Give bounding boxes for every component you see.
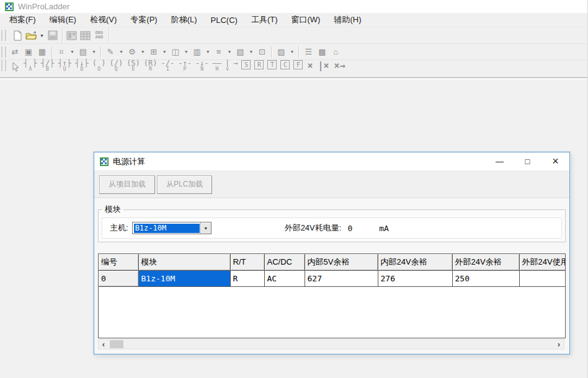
open-project-button[interactable]: [24, 29, 38, 42]
menu-file[interactable]: 档案(F): [2, 13, 43, 27]
contact-a-icon[interactable]: ┤ ├A: [24, 60, 37, 72]
cell-number[interactable]: 0: [99, 270, 138, 286]
dropdown-arrow[interactable]: ▼: [161, 50, 169, 54]
falling-edge-icon[interactable]: -↓-N: [195, 60, 209, 72]
maximize-button[interactable]: □: [514, 152, 541, 170]
coil-reset-icon[interactable]: (R)R: [144, 60, 158, 72]
key-module-icon[interactable]: ▧: [234, 45, 247, 59]
menu-help[interactable]: 辅助(H): [327, 13, 368, 27]
col-header-rt[interactable]: R/T: [230, 254, 264, 270]
relay-box-icon[interactable]: R: [254, 60, 264, 69]
menu-project[interactable]: 专案(P): [123, 13, 164, 27]
dropdown-arrow[interactable]: ▼: [288, 50, 296, 54]
cell-ext24v-used[interactable]: [519, 270, 566, 286]
host-combobox[interactable]: B1z-10M ▼: [132, 222, 212, 234]
project-window-icon[interactable]: ⌗: [55, 45, 68, 59]
scrollbar-thumb[interactable]: [110, 340, 123, 348]
col-header-acdc[interactable]: AC/DC: [264, 254, 305, 270]
cell-ext24v-margin[interactable]: 250: [452, 270, 519, 286]
cell-acdc[interactable]: AC: [264, 270, 305, 286]
main-window: WinProLadder 档案(F) 编辑(E) 检视(V) 专案(P) 阶梯(…: [0, 0, 588, 378]
dropdown-arrow[interactable]: ▼: [204, 50, 212, 54]
contact-down-icon[interactable]: ┤↓├D: [75, 60, 89, 72]
scroll-right-arrow[interactable]: ›: [554, 340, 564, 349]
invert-icon[interactable]: -/-I: [161, 60, 175, 72]
toolbar-grip[interactable]: [1, 30, 6, 41]
user-icon[interactable]: ◫: [169, 45, 182, 59]
coil-not-icon[interactable]: (/)Q: [109, 60, 123, 72]
toolbar-grip[interactable]: [1, 46, 6, 58]
step-arrow-icon[interactable]: →: [233, 60, 238, 67]
load-from-project-button[interactable]: 从项目加载: [99, 175, 155, 194]
close-button[interactable]: ×: [541, 152, 569, 170]
layout-window-icon[interactable]: [65, 29, 79, 42]
cell-int5v-margin[interactable]: 627: [305, 270, 378, 286]
coil-out-icon[interactable]: ( )O: [92, 60, 106, 72]
table-search-icon[interactable]: ▨: [274, 45, 288, 59]
list-icon[interactable]: ≡: [212, 45, 226, 59]
load-from-plc-button[interactable]: 从PLC加载: [157, 175, 212, 194]
ladder-query-icon[interactable]: ▩: [315, 45, 329, 59]
module-groupbox-label: 模块: [102, 204, 123, 215]
io-transfer-icon[interactable]: ⇄: [8, 45, 22, 59]
dropdown-arrow[interactable]: ▼: [68, 50, 76, 54]
chip-icon[interactable]: ▣: [22, 45, 35, 59]
open-dropdown-arrow[interactable]: ▼: [38, 33, 46, 38]
dropdown-arrow[interactable]: ▼: [247, 50, 256, 54]
dropdown-arrow[interactable]: ▼: [90, 50, 98, 54]
col-header-int5v-margin[interactable]: 内部5V余裕: [305, 254, 378, 270]
horizontal-line-icon[interactable]: ——H: [213, 60, 221, 72]
step-box-icon[interactable]: S: [241, 60, 251, 69]
timer-box-icon[interactable]: T: [267, 60, 277, 69]
rising-edge-icon[interactable]: -↑-P: [178, 60, 192, 72]
scroll-left-arrow[interactable]: ‹: [99, 340, 109, 349]
dropdown-arrow[interactable]: ▼: [226, 50, 234, 54]
select-cursor-icon[interactable]: [8, 60, 22, 74]
host-combobox-arrow[interactable]: ▼: [200, 222, 211, 234]
menu-view[interactable]: 检视(V): [83, 13, 123, 27]
cell-rt[interactable]: R: [230, 270, 264, 286]
minimize-button[interactable]: —: [486, 152, 514, 170]
menu-tools[interactable]: 工具(T): [244, 13, 285, 27]
cell-module-selected[interactable]: B1z-10M: [138, 270, 230, 286]
memory-grid-icon[interactable]: ▦: [35, 45, 49, 59]
col-header-int24v-margin[interactable]: 内部24V余裕: [378, 254, 452, 270]
delete-element-icon[interactable]: ×: [307, 60, 313, 71]
save-button[interactable]: [46, 29, 60, 42]
status-setup-icon[interactable]: ⚙: [125, 45, 139, 59]
dialog-titlebar[interactable]: 电源计算 — □ ×: [94, 152, 569, 171]
toolbar-grip[interactable]: [1, 60, 6, 71]
edit-comment-icon[interactable]: ✎: [104, 45, 117, 59]
horizontal-scrollbar[interactable]: ‹ ›: [98, 339, 564, 349]
dropdown-arrow[interactable]: ▼: [182, 50, 190, 54]
ladder-window-icon[interactable]: ▤: [76, 45, 90, 59]
contact-up-icon[interactable]: ┤↑├U: [58, 60, 71, 72]
delete-column-icon[interactable]: |×: [318, 60, 329, 71]
menu-window[interactable]: 窗口(W): [284, 13, 327, 27]
contact-query-icon[interactable]: ⌂: [329, 45, 342, 59]
new-document-button[interactable]: [11, 29, 24, 42]
bars-query-icon[interactable]: ☰: [301, 45, 315, 59]
col-header-ext24v-used[interactable]: 外部24V使用: [519, 254, 566, 270]
user-config-icon[interactable]: ⊞: [147, 45, 161, 59]
security-key-icon[interactable]: ▥: [190, 45, 204, 59]
col-header-module[interactable]: 模块: [138, 254, 230, 270]
col-header-number[interactable]: 编号: [99, 254, 138, 270]
toolbar-project: ⇄ ▣ ▦ ⌗ ▼ ▤ ▼ ✎ ▼ ⚙ ▼ ⊞ ▼ ◫ ▼ ▥ ▼ ≡ ▼ ▧ …: [0, 44, 587, 60]
dropdown-arrow[interactable]: ▼: [117, 50, 125, 54]
id-card-icon[interactable]: ⊡: [255, 45, 269, 59]
dropdown-arrow[interactable]: ▼: [139, 50, 147, 54]
delete-row-icon[interactable]: ×→: [334, 60, 345, 71]
coil-set-icon[interactable]: (S)E: [127, 60, 140, 72]
contact-b-icon[interactable]: ┤/├B: [41, 60, 55, 72]
cell-int24v-margin[interactable]: 276: [378, 270, 452, 286]
vertical-line-icon[interactable]: |v: [225, 60, 229, 72]
menu-edit[interactable]: 编辑(E): [43, 13, 83, 27]
grid-window-icon[interactable]: [79, 29, 92, 42]
counter-box-icon[interactable]: C: [280, 60, 290, 69]
col-header-ext24v-margin[interactable]: 外部24V余裕: [452, 254, 519, 270]
org-and-instruction-icon[interactable]: ORGAND: [92, 29, 106, 42]
menu-ladder[interactable]: 阶梯(L): [164, 13, 204, 27]
function-box-icon[interactable]: F: [293, 60, 303, 69]
menu-plc[interactable]: PLC(C): [204, 14, 244, 26]
